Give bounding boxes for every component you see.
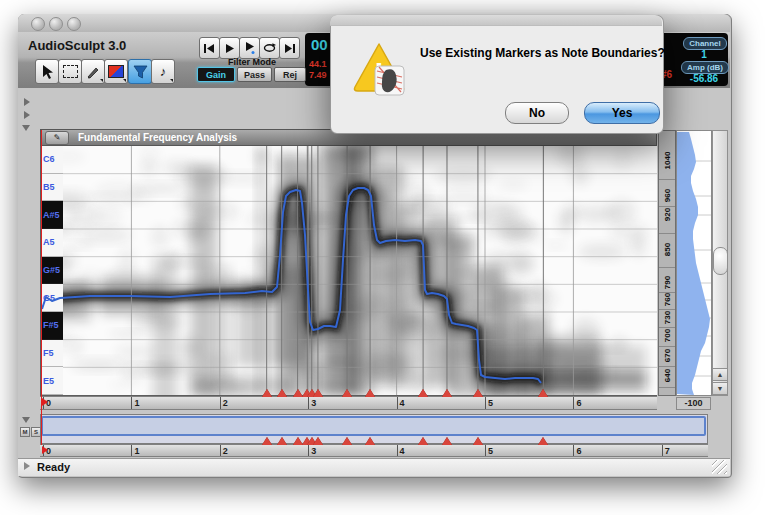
ruler-tick	[220, 445, 221, 456]
filter-tool-button[interactable]	[128, 59, 152, 84]
sonogram-canvas[interactable]	[41, 146, 657, 395]
marker-triangle[interactable]	[277, 389, 287, 397]
overview-time-ruler[interactable]: 01234567	[40, 444, 708, 457]
marker-triangle[interactable]	[342, 437, 352, 445]
mute-button[interactable]: M	[20, 427, 30, 437]
marker-triangle[interactable]	[473, 437, 483, 445]
scrollbar-thumb[interactable]	[713, 247, 728, 275]
note-label-fs5[interactable]: F#5	[41, 312, 63, 340]
ruler-tick-label-1: 1	[134, 446, 139, 456]
disclosure-collapsed-icon[interactable]	[24, 111, 30, 119]
ruler-tick	[573, 445, 574, 456]
ruler-tick	[308, 445, 309, 456]
pencil-tool-dropdown-icon	[100, 79, 103, 82]
note-label-e5[interactable]: E5	[41, 367, 63, 395]
zoom-window-icon[interactable]	[67, 17, 81, 31]
time-ruler[interactable]: 0123456	[40, 396, 657, 410]
marker-triangle[interactable]	[342, 389, 352, 397]
marker-triangle[interactable]	[538, 437, 548, 445]
pencil-tool-button[interactable]	[81, 59, 105, 84]
marker-triangle[interactable]	[277, 437, 287, 445]
app-title: AudioSculpt 3.0	[28, 38, 126, 53]
ruler-tick-label-3: 3	[311, 398, 316, 408]
marker-triangle[interactable]	[365, 437, 375, 445]
freq-ruler-separator	[659, 387, 675, 388]
note-label-column[interactable]: C6B5A#5A5G#5G5F#5F5E5	[41, 146, 63, 395]
marker-triangle[interactable]	[442, 389, 452, 397]
marquee-tool-button[interactable]	[58, 59, 82, 84]
amp-db-value: -56.86	[681, 73, 727, 84]
yes-button[interactable]: Yes	[584, 102, 660, 124]
dialog-message: Use Existing Markers as Note Boundaries?	[420, 46, 665, 60]
marker-triangle[interactable]	[313, 389, 323, 397]
analysis-edit-button[interactable]: ✎	[45, 131, 69, 145]
marker-triangle[interactable]	[473, 389, 483, 397]
ruler-tick	[131, 397, 132, 409]
minimize-window-icon[interactable]	[49, 17, 63, 31]
marker-triangle[interactable]	[262, 437, 272, 445]
ruler-tick-label-3: 3	[311, 446, 316, 456]
ruler-tick-label-4: 4	[400, 398, 405, 408]
marker-triangle[interactable]	[418, 437, 428, 445]
play-selection-button[interactable]	[239, 37, 260, 59]
ruler-tick	[220, 397, 221, 409]
gain-region-tool-button[interactable]	[104, 59, 128, 84]
marker-triangle[interactable]	[538, 389, 548, 397]
marker-triangle[interactable]	[313, 437, 323, 445]
status-disclosure-icon[interactable]	[24, 462, 30, 470]
scroll-down-button[interactable]: ▼	[712, 382, 728, 395]
ruler-tick	[131, 445, 132, 456]
note-icon: ♪	[160, 65, 167, 78]
no-button[interactable]: No	[505, 102, 569, 124]
disclosure-collapsed-icon[interactable]	[24, 98, 30, 106]
note-label-g5[interactable]: G5	[41, 284, 63, 312]
ruler-tick-label-7: 7	[665, 446, 670, 456]
spectrum-envelope	[677, 131, 711, 395]
solo-button[interactable]: S	[31, 427, 41, 437]
note-label-a5[interactable]: A5	[41, 229, 63, 257]
marker-triangle[interactable]	[442, 437, 452, 445]
note-tool-button[interactable]: ♪	[151, 59, 175, 84]
playhead-flag	[42, 398, 48, 406]
overview-selection[interactable]	[41, 416, 706, 436]
overview-disclosure-icon[interactable]	[22, 417, 30, 423]
marker-triangle[interactable]	[262, 389, 272, 397]
filter-mode-gain-button[interactable]: Gain	[197, 67, 235, 82]
arrow-cursor-icon	[40, 64, 54, 79]
ruler-tick-label-1: 1	[134, 398, 139, 408]
close-window-icon[interactable]	[31, 17, 45, 31]
note-label-b5[interactable]: B5	[41, 174, 63, 202]
loop-icon	[263, 43, 276, 53]
play-button[interactable]	[219, 37, 240, 59]
marker-triangle[interactable]	[293, 437, 303, 445]
filter-mode-label: Filter Mode	[228, 57, 276, 67]
dialog-titlebar[interactable]	[330, 15, 662, 26]
note-label-c6[interactable]: C6	[41, 146, 63, 174]
ruler-tick	[573, 397, 574, 409]
ruler-tick-label-6: 6	[576, 446, 581, 456]
gain-region-icon	[108, 65, 124, 78]
marker-triangle[interactable]	[365, 389, 375, 397]
play-selection-icon	[244, 42, 256, 54]
scroll-up-button[interactable]: ▲	[712, 368, 728, 381]
screen: AudioSculpt 3.0 ♪ Filter Mode Gain Pass …	[0, 0, 766, 515]
loop-button[interactable]	[259, 37, 280, 59]
marker-triangle[interactable]	[418, 389, 428, 397]
note-tool-dropdown-icon	[170, 79, 173, 82]
play-icon	[224, 44, 235, 53]
go-to-start-button[interactable]	[199, 37, 220, 59]
filter-mode-rej-button[interactable]: Rej	[274, 67, 306, 82]
go-to-end-button[interactable]	[279, 37, 300, 59]
disclosure-expanded-icon[interactable]	[22, 125, 30, 131]
ruler-tick	[662, 445, 663, 456]
resize-grip-icon[interactable]	[712, 460, 727, 474]
freq-label-850: 850	[663, 238, 672, 262]
filter-mode-pass-button[interactable]: Pass	[237, 67, 272, 82]
marker-triangle[interactable]	[293, 389, 303, 397]
note-label-as5[interactable]: A#5	[41, 201, 63, 229]
status-text: Ready	[37, 461, 70, 473]
frequency-ruler[interactable]: 1040960920850790760730700670640	[658, 130, 676, 396]
arrow-tool-button[interactable]	[35, 59, 59, 84]
note-label-f5[interactable]: F5	[41, 340, 63, 368]
note-label-gs5[interactable]: G#5	[41, 257, 63, 285]
